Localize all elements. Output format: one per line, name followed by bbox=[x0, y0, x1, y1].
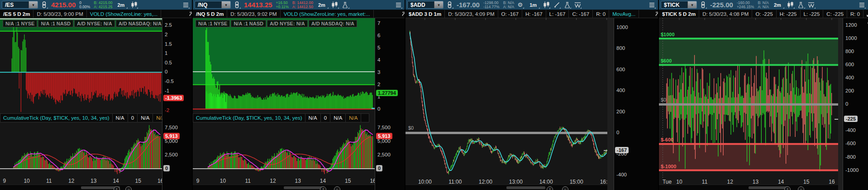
time-label: 10 bbox=[676, 179, 682, 185]
axis-tick-label: 0 bbox=[845, 101, 848, 107]
candle-icon[interactable] bbox=[129, 1, 138, 9]
scrollbar-thumb[interactable] bbox=[749, 186, 787, 189]
vold-value-badge: 1.27794 bbox=[376, 90, 398, 96]
symbol-input[interactable]: $TICK bbox=[661, 1, 687, 8]
curve-icon[interactable] bbox=[399, 10, 405, 18]
bid-ask: B: 14412.00A: 14412.50 bbox=[292, 1, 313, 9]
zoom-in-button[interactable]: + bbox=[547, 186, 553, 190]
symbol-dropdown-button[interactable]: ▾ bbox=[221, 1, 230, 8]
link-icon[interactable] bbox=[445, 1, 454, 9]
axis-expansion-zone bbox=[607, 18, 614, 190]
cumtick-header: CumulativeTick (Day, $TICK, yes, 10, 34,… bbox=[0, 113, 162, 122]
cumulative-tick-chart[interactable] bbox=[193, 122, 375, 177]
title-cell-2[interactable]: VOLD (ShowZeroLine: yes,... bbox=[87, 10, 162, 18]
list-icon[interactable] bbox=[394, 1, 403, 9]
title-cell-7[interactable]: MovAvg... bbox=[609, 10, 639, 18]
pan-icon[interactable] bbox=[863, 10, 868, 18]
pencil-icon[interactable] bbox=[552, 1, 561, 9]
symbol-selector[interactable]: /NQ▾ bbox=[195, 1, 231, 9]
chart-plot-area[interactable]: N/A :1 NYSEN/A :1 NASDA/D NYSE: N/AA/D N… bbox=[0, 18, 162, 190]
price-axis[interactable]: 10008006004002000-200-400-167 bbox=[614, 18, 658, 190]
zoom-out-button[interactable]: − bbox=[125, 186, 132, 190]
symbol-dropdown-button[interactable]: ▾ bbox=[434, 1, 443, 8]
axis-tick-label: 7 bbox=[377, 20, 380, 26]
bottom-scroll-strip: +− bbox=[0, 185, 162, 190]
flask-icon[interactable] bbox=[796, 1, 806, 9]
link-icon[interactable] bbox=[232, 1, 241, 9]
link-icon[interactable] bbox=[698, 1, 707, 9]
tick-chart[interactable]: $1000$600$-600$-1000$0 bbox=[659, 18, 838, 178]
chart-plot-area[interactable]: $010:0011:0012:0013:0014:0015:0016:00+− bbox=[405, 18, 607, 190]
zoom-out-button[interactable]: − bbox=[562, 186, 568, 190]
time-label: 15:00 bbox=[570, 179, 583, 185]
title-cell-2[interactable]: VOLD (ShowZeroLine: yes, market:... bbox=[281, 10, 374, 18]
timeframe-button[interactable]: 2m bbox=[315, 1, 329, 9]
price-axis[interactable]: 765432107,5005,0002,5001.277945,9130 bbox=[375, 18, 405, 190]
zoom-in-button[interactable]: + bbox=[114, 186, 120, 190]
time-label: 16 bbox=[157, 178, 162, 184]
zoom-out-button[interactable]: − bbox=[798, 186, 804, 190]
pattern-icon[interactable] bbox=[807, 1, 816, 9]
cumulative-tick-chart[interactable] bbox=[0, 122, 162, 177]
scrollbar-thumb[interactable] bbox=[506, 186, 545, 189]
time-label: 13 bbox=[295, 178, 301, 184]
candle-icon[interactable] bbox=[542, 1, 551, 9]
bottom-scroll-strip: +− bbox=[659, 185, 838, 190]
candle-icon[interactable] bbox=[786, 1, 795, 9]
symbol-dropdown-button[interactable]: ▾ bbox=[687, 1, 696, 8]
symbol-selector[interactable]: $ADD▾ bbox=[407, 1, 444, 9]
gear-icon[interactable]: ⚙ bbox=[515, 1, 525, 9]
link-icon[interactable] bbox=[39, 1, 48, 9]
candle-icon[interactable] bbox=[330, 1, 339, 9]
vold-chart[interactable] bbox=[0, 18, 162, 113]
title-cell-4: L: -225 bbox=[801, 10, 824, 18]
symbol-selector[interactable]: /ES▾ bbox=[2, 1, 38, 9]
time-label: 15 bbox=[345, 178, 351, 184]
symbol-input[interactable]: $ADD bbox=[408, 1, 434, 8]
timeframe-button[interactable]: 2m bbox=[770, 1, 785, 9]
timeframe-button[interactable]: 1m bbox=[526, 1, 540, 9]
time-label: 11 bbox=[702, 179, 707, 185]
flask-icon[interactable] bbox=[341, 1, 350, 9]
cumtick-header-cell-3: N/A bbox=[153, 114, 162, 122]
chart-plot-area[interactable]: $1000$600$-600$-1000$0Tue10111213141516+… bbox=[659, 18, 838, 190]
cumtick-header-cell-empty bbox=[361, 114, 369, 122]
timeframe-button[interactable]: 2m bbox=[114, 1, 128, 9]
list-icon[interactable] bbox=[181, 1, 190, 9]
curve-icon[interactable] bbox=[653, 10, 658, 18]
vold-chart[interactable] bbox=[193, 18, 375, 113]
symbol-selector[interactable]: $TICK▾ bbox=[661, 1, 697, 9]
flask-icon[interactable] bbox=[563, 1, 572, 9]
symbol-input[interactable]: /NQ bbox=[195, 1, 221, 8]
net-change: -160.00+246.15% bbox=[737, 1, 754, 9]
title-cell-6: R: 0 bbox=[847, 10, 863, 18]
zoom-in-button[interactable]: + bbox=[320, 186, 326, 190]
add-chart[interactable]: $0 bbox=[405, 18, 607, 178]
band-label: $-1000 bbox=[661, 164, 676, 169]
chart-plot-area[interactable]: N/A :1 NYSEN/A :1 NASDA/D NYSE: N/AA/D N… bbox=[193, 18, 375, 190]
bid-ask: B: 4215.00A: 4215.25 bbox=[94, 1, 112, 9]
time-label: 11 bbox=[245, 178, 250, 184]
price-axis[interactable]: 2.521.510.50-0.5-1-27,5005,0002,500-1.39… bbox=[162, 18, 192, 190]
study-chip-1: N/A :1 NASD bbox=[38, 20, 73, 27]
axis-tick-label: 3 bbox=[377, 69, 380, 75]
study-chip-2: A/D NYSE: N/A bbox=[74, 20, 115, 27]
zoom-in-button[interactable]: + bbox=[784, 186, 791, 190]
axis-tick-label: 2 bbox=[165, 32, 167, 37]
cumtick-header-label: CumulativeTick (Day, $TICK, yes, 10, 34,… bbox=[193, 114, 305, 122]
scrollbar-thumb[interactable] bbox=[284, 186, 323, 189]
list-icon[interactable] bbox=[647, 1, 656, 9]
symbol-dropdown-button[interactable]: ▾ bbox=[29, 1, 38, 8]
price-axis[interactable]: 120010008006004002000-400-600-800-1000-2… bbox=[843, 18, 868, 190]
curve-icon[interactable] bbox=[186, 10, 192, 18]
axis-tick-label: 800 bbox=[845, 49, 854, 54]
time-label: 13 bbox=[753, 179, 758, 185]
zoom-out-button[interactable]: − bbox=[334, 186, 340, 190]
axis-tick-label: 200 bbox=[845, 88, 854, 93]
symbol-input[interactable]: /ES bbox=[2, 1, 29, 8]
pattern-icon[interactable] bbox=[573, 1, 582, 9]
time-label: 14:00 bbox=[539, 179, 553, 185]
list-icon[interactable] bbox=[857, 1, 866, 9]
last-price: -225.00 bbox=[710, 1, 733, 9]
cumtick-header-cell-1: 0 bbox=[128, 114, 137, 122]
